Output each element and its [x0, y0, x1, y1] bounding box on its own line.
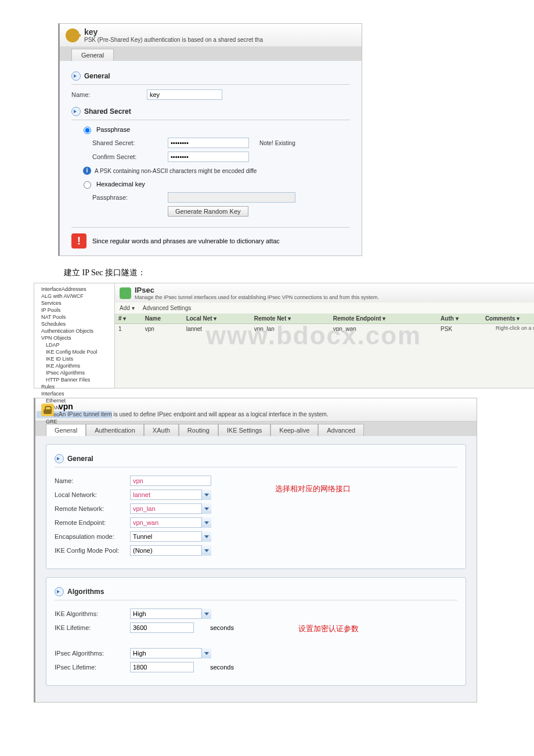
- encap-label: Encapsulation mode:: [55, 533, 130, 540]
- tab-routing[interactable]: Routing: [179, 424, 218, 436]
- generate-key-button[interactable]: Generate Random Key: [168, 206, 248, 217]
- arrow-icon: [71, 107, 81, 116]
- info-icon: i: [83, 167, 91, 175]
- tree-item[interactable]: LDAP: [37, 341, 112, 348]
- shared-secret-input[interactable]: [168, 138, 249, 148]
- red-note-algo: 设置加密认证参数: [298, 624, 457, 634]
- vpn-subtitle: An IPsec tunnel item is used to define I…: [59, 411, 329, 417]
- advanced-settings-button[interactable]: Advanced Settings: [143, 305, 191, 311]
- ipsec-algo-label: IPsec Algorithms:: [55, 650, 130, 657]
- key-dialog-header: key PSK (Pre-Shared Key) authentication …: [60, 24, 362, 46]
- arrow-icon: [71, 71, 81, 81]
- ike-pool-label: IKE Config Mode Pool:: [55, 547, 130, 554]
- tree-item[interactable]: Services: [37, 300, 112, 307]
- cell-num: 1: [115, 324, 142, 334]
- ipsec-life-input[interactable]: [130, 662, 194, 672]
- chevron-down-icon[interactable]: [201, 609, 211, 619]
- chevron-down-icon[interactable]: [201, 648, 211, 658]
- cell-name: vpn: [142, 324, 183, 334]
- hex-pass-input: [168, 192, 295, 203]
- tree-item[interactable]: IPsec Algorithms: [37, 369, 112, 376]
- arrow-icon: [55, 454, 64, 463]
- col-remote-net[interactable]: Remote Net ▾: [251, 314, 330, 324]
- section-algo-label: Algorithms: [67, 588, 104, 596]
- ipsec-life-label: IPsec Lifetime:: [55, 664, 130, 671]
- tree-item[interactable]: Authentication Objects: [37, 327, 112, 334]
- col-remote-ep[interactable]: Remote Endpoint ▾: [330, 314, 437, 324]
- col-local[interactable]: Local Net ▾: [183, 314, 251, 324]
- section-general: General: [71, 68, 350, 85]
- radio-pass-label: Passphrase: [96, 126, 130, 133]
- tree-item[interactable]: IKE ID Lists: [37, 355, 112, 362]
- tree-item[interactable]: Rules: [37, 383, 112, 390]
- tree-item[interactable]: HTTP Banner Files: [37, 376, 112, 383]
- ike-algo-select[interactable]: [130, 609, 211, 619]
- col-auth[interactable]: Auth ▾: [437, 314, 482, 324]
- chevron-down-icon[interactable]: [201, 545, 211, 556]
- seconds-label: seconds: [210, 664, 234, 671]
- tree-item[interactable]: NAT Pools: [37, 314, 112, 321]
- ascii-note: A PSK containing non-ASCII characters mi…: [95, 168, 257, 174]
- col-comments[interactable]: Comments ▾: [482, 314, 534, 324]
- tree-item[interactable]: Interfaces: [37, 390, 112, 397]
- tab-keep-alive[interactable]: Keep-alive: [270, 424, 318, 436]
- key-subtitle: PSK (Pre-Shared Key) authentication is b…: [84, 37, 263, 43]
- cell-remote-net: vpn_lan: [251, 324, 330, 334]
- name-input[interactable]: [147, 89, 222, 100]
- tree-item[interactable]: IKE Algorithms: [37, 362, 112, 369]
- tree-item[interactable]: ALG with AV/WCF: [37, 293, 112, 300]
- ipsec-icon: [120, 287, 131, 299]
- tab-authentication[interactable]: Authentication: [86, 424, 144, 436]
- ipsec-title: IPsec: [135, 286, 379, 294]
- add-button[interactable]: Add ▾: [120, 305, 135, 311]
- tree-item[interactable]: Schedules: [37, 321, 112, 327]
- section-general-label: General: [84, 72, 110, 80]
- local-net-select[interactable]: [130, 489, 211, 500]
- remote-net-label: Remote Network:: [55, 505, 130, 512]
- tree-item[interactable]: IKE Config Mode Pool: [37, 348, 112, 355]
- nav-tree[interactable]: InterfaceAddresses ALG with AV/WCF Servi…: [34, 283, 115, 388]
- section-secret-label: Shared Secret: [84, 107, 131, 116]
- warning-text: Since regular words and phrases are vuln…: [92, 237, 280, 244]
- ipsec-algo-select[interactable]: [130, 648, 211, 658]
- tab-general[interactable]: General: [71, 49, 114, 61]
- cell-local: lannet: [183, 324, 251, 334]
- section-algorithms: Algorithms: [55, 584, 457, 600]
- col-name[interactable]: Name: [142, 314, 183, 324]
- remote-ep-label: Remote Endpoint:: [55, 519, 130, 526]
- tree-item[interactable]: IP Pools: [37, 307, 112, 314]
- tab-xauth[interactable]: XAuth: [144, 424, 179, 436]
- key-title: key: [84, 27, 263, 37]
- chevron-down-icon[interactable]: [201, 489, 211, 500]
- ike-life-label: IKE Lifetime:: [55, 624, 130, 631]
- tab-advanced[interactable]: Advanced: [318, 424, 364, 436]
- seconds-label: seconds: [210, 624, 234, 631]
- vpn-title: vpn: [59, 402, 329, 411]
- chevron-down-icon[interactable]: [201, 517, 211, 528]
- chevron-down-icon[interactable]: [201, 531, 211, 542]
- lock-icon: [41, 404, 54, 416]
- existing-note: Note! Existing: [259, 140, 295, 146]
- tab-general[interactable]: General: [46, 424, 86, 436]
- radio-passphrase[interactable]: [84, 127, 91, 134]
- section-secret: Shared Secret: [71, 103, 350, 120]
- ike-pool-select[interactable]: [130, 545, 211, 556]
- vpn-name-input[interactable]: [130, 476, 211, 486]
- remote-ep-select[interactable]: [130, 517, 211, 528]
- tree-item[interactable]: VPN Objects: [37, 334, 112, 341]
- col-num[interactable]: # ▾: [115, 314, 142, 324]
- remote-net-select[interactable]: [130, 503, 211, 514]
- table-row[interactable]: 1 vpn lannet vpn_lan vpn_wan PSK: [115, 324, 534, 334]
- confirm-secret-label: Confirm Secret:: [92, 153, 168, 160]
- ike-life-input[interactable]: [130, 622, 194, 633]
- chevron-down-icon[interactable]: [201, 503, 211, 514]
- ipsec-subtitle: Manage the IPsec tunnel interfaces used …: [135, 294, 379, 300]
- name-label: Name:: [71, 91, 147, 98]
- radio-hex-label: Hexadecimal key: [96, 181, 145, 188]
- tree-item[interactable]: InterfaceAddresses: [37, 286, 112, 293]
- tab-ike-settings[interactable]: IKE Settings: [218, 424, 271, 436]
- encap-select[interactable]: [130, 531, 211, 542]
- radio-hex[interactable]: [84, 181, 91, 189]
- confirm-secret-input[interactable]: [168, 152, 249, 162]
- ike-algo-label: IKE Algorithms:: [55, 610, 130, 617]
